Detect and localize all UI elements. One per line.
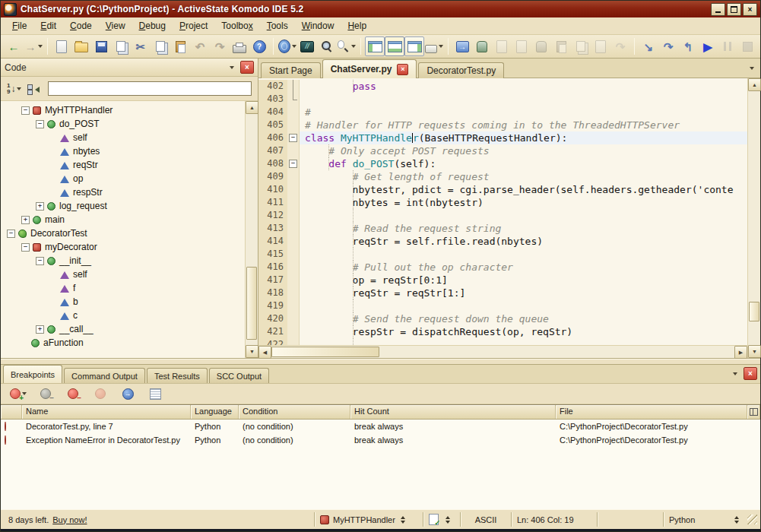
tree-item-nbytes[interactable]: nbytes (1, 144, 245, 158)
code-line-419[interactable]: 419 (258, 299, 747, 312)
wand-button[interactable] (757, 36, 761, 56)
menu-project[interactable]: Project (173, 19, 214, 33)
find-in-files-button[interactable] (337, 36, 357, 56)
redo-button[interactable]: ↷ (210, 36, 230, 56)
keybinding-button[interactable] (424, 36, 444, 56)
go-continue-button[interactable]: ▶ (698, 36, 718, 56)
code-editor[interactable]: 402 pass403404#405# Handler for HTTP req… (258, 78, 747, 345)
menu-code[interactable]: Code (63, 19, 99, 33)
code-line-411[interactable]: 411 nbytes = int(nbytestr) (258, 196, 747, 209)
tree-expander[interactable]: + (36, 325, 44, 334)
tab-close-button[interactable]: × (397, 64, 408, 75)
column-header-file[interactable]: File (556, 405, 747, 419)
scroll-down-button[interactable]: ▼ (246, 345, 258, 358)
tree-item-f[interactable]: f (1, 281, 245, 295)
browse-web-button[interactable] (277, 36, 297, 56)
save-button[interactable] (91, 36, 111, 56)
syntax-check-section[interactable] (423, 512, 460, 527)
tab-command-output[interactable]: Command Output (64, 368, 145, 383)
table-row[interactable]: DecoratorTest.py, line 7Python(no condit… (1, 420, 760, 433)
tab-breakpoints[interactable]: Breakpoints (3, 365, 62, 383)
menu-edit[interactable]: Edit (33, 19, 63, 33)
scroll-thumb[interactable] (749, 302, 759, 321)
close-button[interactable]: × (743, 3, 757, 16)
code-line-407[interactable]: 407 # Only accept POST requests (258, 144, 747, 157)
tree-item-self[interactable]: self (1, 131, 245, 144)
code-line-408[interactable]: 408− def do_POST(self): (258, 157, 747, 170)
tree-item-reqstr[interactable]: reqStr (1, 158, 245, 172)
tree-expander[interactable]: − (21, 243, 30, 252)
code-browser-button[interactable]: // (297, 36, 317, 56)
encoding-section[interactable]: ASCII (460, 512, 511, 527)
tab-chatserver-py[interactable]: ChatServer.py× (322, 59, 417, 78)
tree-item-__init__[interactable]: −__init__ (1, 254, 245, 268)
tab-list-button[interactable] (744, 62, 757, 74)
code-panel-close-button[interactable]: × (240, 61, 254, 74)
step-in-button[interactable]: ↘ (639, 36, 658, 56)
scroll-up-button[interactable]: ▲ (748, 78, 761, 91)
tab-scc-output[interactable]: SCC Output (209, 368, 269, 383)
language-spinner[interactable] (734, 516, 739, 524)
go-to-source-button[interactable]: → (118, 384, 138, 404)
code-line-416[interactable]: 416 # Pull out the op character (258, 261, 747, 274)
table-row[interactable]: Exception NameError in DecoratorTest.pyP… (1, 433, 760, 447)
tree-item-main[interactable]: +main (1, 213, 245, 226)
language-section[interactable]: Python (663, 512, 744, 527)
title-bar[interactable]: ChatServer.py (C:\PythonProject) - Activ… (1, 1, 760, 17)
column-header-hit_count[interactable]: Hit Count (350, 405, 556, 419)
code-line-410[interactable]: 410 nbytestr, pdict = cgi.parse_header(s… (258, 183, 747, 196)
menu-debug[interactable]: Debug (132, 19, 173, 33)
symbol-filter-input[interactable] (48, 81, 252, 96)
tree-item-log_request[interactable]: +log_request (1, 199, 245, 213)
step-out-button[interactable]: ↰ (678, 36, 698, 56)
tree-item-myhttphandler[interactable]: −MyHTTPHandler (1, 103, 245, 117)
tree-item-respstr[interactable]: respStr (1, 185, 245, 199)
scroll-left-button[interactable]: ◀ (258, 346, 271, 359)
tree-item-c[interactable]: c (1, 309, 245, 322)
delete-breakpoints-button[interactable]: − (63, 384, 83, 404)
column-picker-button[interactable] (747, 405, 760, 419)
code-line-409[interactable]: 409 # Get length of request (258, 170, 747, 183)
tree-item-mydecorator[interactable]: −myDecorator (1, 240, 245, 254)
toggle-right-pane-button[interactable] (404, 36, 424, 56)
tree-expander[interactable]: − (7, 230, 15, 238)
undo-button[interactable]: ↶ (190, 36, 210, 56)
tree-vertical-scrollbar[interactable]: ▲ ▼ (245, 101, 258, 358)
code-line-405[interactable]: 405# Handler for HTTP requests coming in… (258, 119, 747, 131)
column-header-name[interactable]: Name (22, 405, 191, 419)
scroll-thumb[interactable] (246, 267, 257, 340)
toggle-left-pane-button[interactable] (365, 36, 385, 56)
help-button[interactable]: ? (249, 36, 269, 56)
menu-window[interactable]: Window (295, 19, 341, 33)
code-line-404[interactable]: 404# (258, 106, 747, 119)
new-db-process-button[interactable] (472, 36, 492, 56)
locate-in-tree-button[interactable] (27, 84, 40, 93)
scroll-down-button[interactable]: ▼ (748, 345, 761, 358)
sort-order-button[interactable]: 19 ↓ (7, 83, 21, 95)
delete-all-breakpoints-button[interactable] (90, 384, 110, 404)
menu-toolbox[interactable]: Toolbox (214, 19, 259, 33)
maximize-button[interactable] (727, 3, 741, 16)
step-over-button[interactable]: ↷ (658, 36, 678, 56)
code-line-420[interactable]: 420 # Send the request down the queue (258, 312, 747, 325)
syntax-spinner[interactable] (446, 516, 450, 524)
code-line-412[interactable]: 412 (258, 209, 747, 222)
tree-item-decoratortest[interactable]: −DecoratorTest (1, 226, 245, 240)
scroll-track[interactable] (246, 114, 258, 345)
column-header-language[interactable]: Language (191, 405, 239, 419)
code-line-403[interactable]: 403 (258, 93, 747, 106)
tab-decoratortest-py[interactable]: DecoratorTest.py (418, 62, 504, 78)
new-file-button[interactable] (52, 36, 71, 56)
code-line-418[interactable]: 418 reqStr = reqStr[1:] (258, 287, 747, 299)
paste-button[interactable] (170, 36, 190, 56)
scroll-thumb[interactable] (271, 347, 379, 357)
tree-expander[interactable]: + (36, 202, 44, 211)
tree-item-__call__[interactable]: +__call__ (1, 322, 245, 336)
tree-expander[interactable]: − (21, 106, 30, 115)
breakpoint-properties-button[interactable] (145, 384, 165, 404)
find-button[interactable] (317, 36, 337, 56)
resize-grip[interactable] (747, 515, 757, 524)
code-line-413[interactable]: 413 # Read the request string (258, 222, 747, 235)
bottom-panel-close-button[interactable]: × (744, 367, 757, 380)
buy-now-link[interactable]: Buy now! (52, 515, 87, 524)
